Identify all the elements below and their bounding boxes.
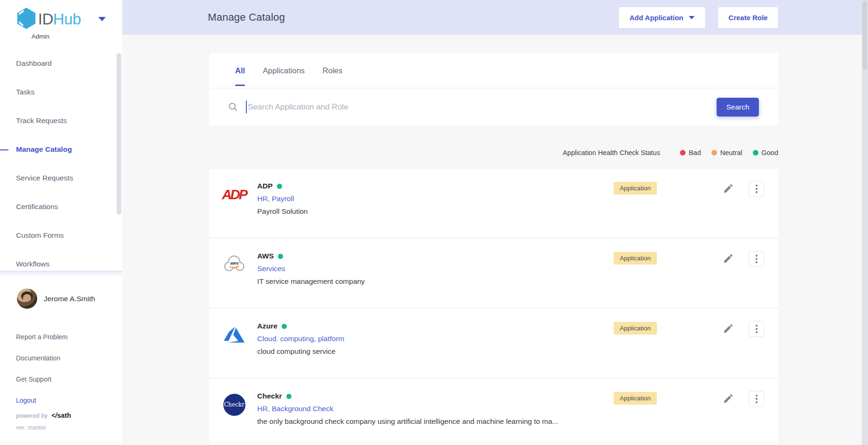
sidebar-footer-link-documentation[interactable]: Documentation [0, 347, 122, 368]
user-profile[interactable]: Jerome A.Smith [17, 289, 95, 309]
kebab-icon [756, 395, 758, 397]
sidebar-nav: Dashboard Tasks Track Requests Manage Ca… [0, 49, 122, 278]
application-description: cloud computing service [257, 347, 344, 356]
catalog-tabs: All Applications Roles [209, 53, 778, 88]
sidebar-footer-link-report-a-problem[interactable]: Report a Problem [0, 326, 122, 347]
status-dot-icon [680, 150, 686, 156]
sidebar-item-track-requests[interactable]: Track Requests [0, 106, 122, 135]
user-name: Jerome A.Smith [44, 295, 95, 303]
version-label: ver. master [16, 424, 46, 431]
catalog-row-adp: ADP ADP HR, Payroll Payroll Solution App… [209, 169, 778, 237]
page-scrollbar[interactable] [862, 0, 868, 445]
sidebar-footer-link-get-support[interactable]: Get Support [0, 368, 122, 390]
sidebar-item-label: Service Requests [16, 174, 73, 182]
type-badge: Application [614, 392, 657, 405]
search-input[interactable] [247, 102, 778, 112]
application-name: AWS [257, 252, 274, 260]
sidebar-item-label: Dashboard [16, 59, 52, 68]
edit-button[interactable] [722, 252, 735, 265]
more-options-button[interactable] [749, 181, 764, 197]
health-status-dot-icon [282, 324, 287, 329]
aws-logo: aws [222, 253, 246, 276]
adp-logo: ADP [222, 183, 246, 206]
sidebar-scrollbar-thumb[interactable] [117, 53, 121, 215]
application-description: IT service management company [257, 277, 365, 286]
sidebar-footer-link-label: Documentation [16, 354, 60, 362]
sidebar-footer-links: Report a Problem Documentation Get Suppo… [0, 326, 122, 411]
catalog-row-checkr: Checkr Checkr HR, Background Check the o… [209, 379, 778, 445]
application-categories-link[interactable]: HR, Background Check [257, 405, 558, 413]
workspace-switcher-caret-icon[interactable] [98, 17, 106, 21]
sidebar-footer-link-logout[interactable]: Logout [0, 390, 122, 411]
catalog-filter-panel: All Applications Roles Search [209, 53, 778, 126]
brand-logo: IDHub Admin [16, 7, 81, 40]
sidebar-item-label: Custom Forms [16, 231, 64, 240]
content-area: All Applications Roles Search Ap [122, 35, 868, 445]
tab-label: Applications [263, 66, 305, 75]
sidebar-footer-link-label: Report a Problem [16, 333, 68, 341]
add-application-button[interactable]: Add Application [619, 7, 705, 28]
status-dot-icon [711, 150, 717, 156]
main-area: Manage Catalog Add Application Create Ro… [122, 0, 868, 445]
application-categories-link[interactable]: HR, Payroll [257, 195, 308, 203]
application-categories-link[interactable]: Services [257, 265, 365, 273]
legend-item-label: Good [762, 149, 778, 156]
legend-item-good: Good [753, 149, 778, 156]
pencil-icon [723, 323, 734, 334]
page-scrollbar-thumb[interactable] [862, 1, 867, 70]
health-status-dot-icon [278, 254, 283, 259]
search-icon [228, 102, 238, 112]
sidebar-item-label: Track Requests [16, 117, 67, 125]
tab-applications[interactable]: Applications [263, 53, 305, 88]
more-options-button[interactable] [749, 251, 764, 267]
page-title: Manage Catalog [208, 11, 285, 23]
tab-roles[interactable]: Roles [323, 53, 342, 88]
health-check-legend: Application Health Check Status Bad Neut… [563, 149, 778, 156]
legend-item-label: Neutral [720, 149, 742, 156]
workspace-role-label: Admin [32, 33, 81, 40]
sidebar-item-tasks[interactable]: Tasks [0, 78, 122, 106]
checkr-logo: Checkr [222, 393, 246, 416]
sidebar-footer-link-label: Logout [16, 397, 36, 404]
legend-item-neutral: Neutral [711, 149, 742, 156]
sidebar-item-label: Tasks [16, 88, 35, 96]
edit-button[interactable] [722, 392, 735, 405]
application-description: the only background check company using … [257, 417, 558, 426]
health-status-dot-icon [286, 394, 292, 399]
sidebar-divider [0, 271, 122, 277]
more-options-button[interactable] [749, 391, 764, 407]
kebab-icon [756, 325, 758, 327]
sidebar-footer-link-label: Get Support [16, 375, 52, 383]
sidebar-item-service-requests[interactable]: Service Requests [0, 164, 122, 192]
create-role-button[interactable]: Create Role [718, 7, 778, 28]
tab-all[interactable]: All [235, 53, 245, 88]
edit-button[interactable] [722, 182, 735, 195]
sidebar: IDHub Admin Dashboard Tasks Track Reques… [0, 0, 122, 445]
sidebar-item-dashboard[interactable]: Dashboard [0, 49, 122, 78]
legend-item-label: Bad [689, 149, 701, 156]
sidebar-item-certifications[interactable]: Certifications [0, 192, 122, 221]
active-indicator [0, 149, 8, 150]
app-window: IDHub Admin Dashboard Tasks Track Reques… [0, 0, 868, 445]
legend-title: Application Health Check Status [563, 149, 660, 156]
application-categories-link[interactable]: Cloud. computing, platform [257, 335, 344, 343]
azure-logo [222, 323, 246, 346]
status-dot-icon [753, 150, 758, 156]
catalog-row-aws: aws AWS Services IT service management c… [209, 239, 778, 307]
more-options-button[interactable] [749, 321, 764, 337]
search-button[interactable]: Search [717, 98, 759, 117]
sidebar-item-manage-catalog[interactable]: Manage Catalog [0, 135, 122, 164]
sidebar-item-custom-forms[interactable]: Custom Forms [0, 221, 122, 250]
application-name: Azure [257, 322, 277, 330]
search-row: Search [209, 88, 778, 125]
avatar [17, 289, 37, 309]
powered-by: powered by </sath [16, 412, 71, 419]
powered-by-label: powered by [16, 412, 47, 419]
sidebar-item-label: Workflows [16, 260, 49, 268]
edit-button[interactable] [722, 322, 735, 335]
catalog-list: ADP ADP HR, Payroll Payroll Solution App… [209, 169, 778, 445]
type-badge: Application [614, 252, 657, 265]
sath-logo: </sath [51, 412, 71, 419]
page-header: Manage Catalog Add Application Create Ro… [122, 0, 868, 35]
application-name: ADP [257, 182, 273, 190]
